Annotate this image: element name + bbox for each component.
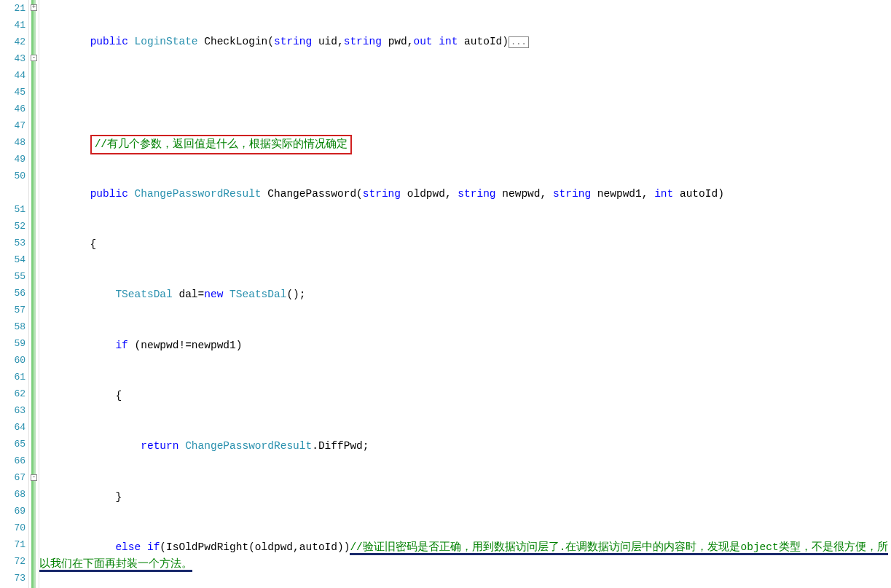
line-number: 58 bbox=[0, 318, 25, 335]
code-line: public ChangePasswordResult ChangePasswo… bbox=[39, 186, 891, 203]
line-number: 61 bbox=[0, 369, 25, 385]
code-line: { bbox=[39, 388, 891, 404]
line-number: 45 bbox=[0, 84, 25, 101]
line-number: 64 bbox=[0, 419, 25, 436]
code-line bbox=[39, 85, 891, 101]
line-number: 69 bbox=[0, 503, 25, 520]
code-line: if (newpwd!=newpwd1) bbox=[39, 337, 891, 354]
collapsed-region[interactable]: ... bbox=[509, 36, 529, 48]
code-line: public LoginState CheckLogin(string uid,… bbox=[39, 34, 891, 50]
line-number: 72 bbox=[0, 553, 25, 570]
code-line: { bbox=[39, 236, 891, 253]
line-number: 59 bbox=[0, 335, 25, 352]
line-number: 47 bbox=[0, 117, 25, 134]
fold-guide bbox=[34, 0, 36, 588]
code-line: else if(IsOldPwdRight(oldpwd,autoId))//验… bbox=[39, 539, 891, 573]
line-number: 63 bbox=[0, 402, 25, 419]
line-number: 56 bbox=[0, 285, 25, 302]
line-number: 49 bbox=[0, 151, 25, 168]
line-number: 48 bbox=[0, 134, 25, 151]
line-number: 73 bbox=[0, 570, 25, 587]
line-number: 44 bbox=[0, 67, 25, 84]
line-number: 43 bbox=[0, 50, 25, 67]
line-number: 57 bbox=[0, 302, 25, 318]
line-number: 66 bbox=[0, 452, 25, 469]
line-number: 65 bbox=[0, 436, 25, 452]
line-number: 70 bbox=[0, 520, 25, 536]
line-number: 41 bbox=[0, 17, 25, 34]
line-number-gutter: 21 41 42 43 44 45 46 47 48 49 50 51 52 5… bbox=[0, 0, 29, 588]
line-number: 55 bbox=[0, 268, 25, 285]
fold-collapse-icon[interactable]: - bbox=[31, 55, 37, 61]
code-editor[interactable]: public LoginState CheckLogin(string uid,… bbox=[39, 0, 891, 588]
line-number: 52 bbox=[0, 218, 25, 235]
code-line: } bbox=[39, 489, 891, 506]
highlighted-comment: //有几个参数，返回值是什么，根据实际的情况确定 bbox=[90, 135, 352, 154]
line-number: 62 bbox=[0, 385, 25, 402]
fold-collapse-icon[interactable]: - bbox=[31, 474, 37, 481]
line-number: 67 bbox=[0, 469, 25, 486]
code-line: return ChangePasswordResult.DiffPwd; bbox=[39, 438, 891, 455]
line-number: 46 bbox=[0, 101, 25, 117]
code-line: TSeatsDal dal=new TSeatsDal(); bbox=[39, 286, 891, 303]
line-number: 71 bbox=[0, 536, 25, 553]
line-number: 60 bbox=[0, 352, 25, 369]
line-number: 68 bbox=[0, 486, 25, 503]
line-number: 42 bbox=[0, 34, 25, 50]
line-number: 21 bbox=[0, 0, 25, 17]
fold-expand-icon[interactable]: + bbox=[31, 4, 37, 11]
fold-column: + - - bbox=[29, 0, 39, 588]
code-line: //有几个参数，返回值是什么，根据实际的情况确定 bbox=[39, 135, 891, 152]
underlined-comment: //验证旧密码是否正确，用到数据访问层了.在调数据访问层中的内容时，发现是 bbox=[350, 541, 740, 555]
line-number: 53 bbox=[0, 235, 25, 251]
line-number: 51 bbox=[0, 201, 25, 218]
line-number: 50 bbox=[0, 168, 25, 201]
line-number: 54 bbox=[0, 251, 25, 268]
